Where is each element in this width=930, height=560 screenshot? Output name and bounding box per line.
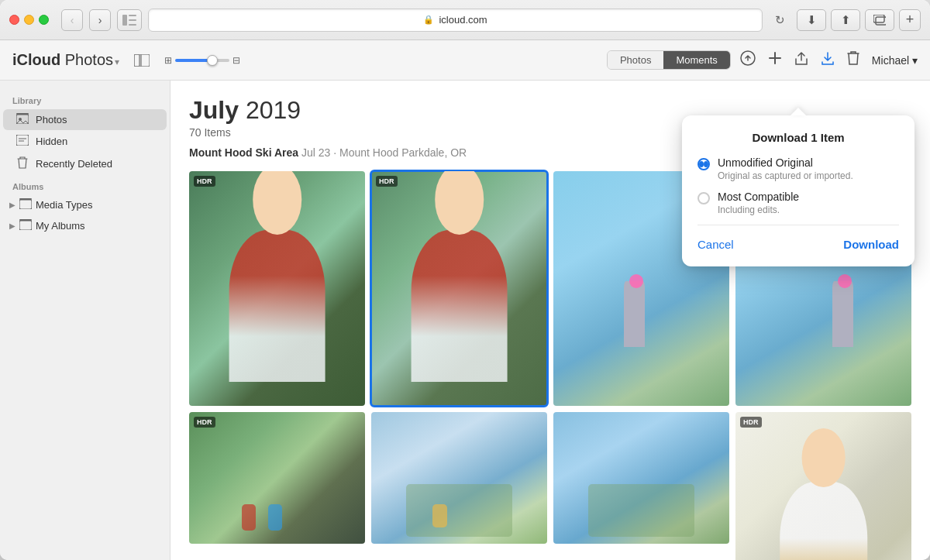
traffic-lights	[9, 15, 49, 25]
sidebar-toggle-button[interactable]	[117, 9, 142, 31]
svg-rect-4	[873, 15, 884, 22]
photo-item-5[interactable]: HDR	[189, 412, 365, 544]
photo-item-7[interactable]	[553, 412, 729, 544]
minimize-button[interactable]	[24, 15, 34, 25]
svg-rect-19	[19, 198, 32, 200]
zoom-out-icon[interactable]: ⊞	[164, 55, 172, 66]
hdr-badge-5: HDR	[194, 417, 215, 428]
svg-rect-2	[129, 19, 136, 21]
zoom-control: ⊞ ⊟	[164, 55, 240, 66]
add-icon[interactable]	[768, 51, 782, 69]
radio-unmodified[interactable]	[698, 158, 710, 170]
view-tabs: Photos Moments	[607, 50, 731, 70]
browser-toolbar-right: ⬇ ⬆ +	[797, 9, 921, 31]
photo-item-2[interactable]: HDR	[371, 171, 547, 406]
media-types-label: Media Types	[36, 199, 92, 211]
forward-button[interactable]: ›	[89, 9, 111, 31]
balloon-1	[629, 274, 643, 288]
zoom-thumb[interactable]	[207, 55, 218, 66]
photo-item-1[interactable]: HDR	[189, 171, 365, 406]
event-date: Jul 23	[301, 146, 330, 159]
upload-icon[interactable]	[740, 50, 756, 70]
media-types-icon	[19, 198, 33, 211]
tab-overview-button[interactable]	[865, 9, 894, 31]
app-window: ‹ › 🔒 icloud.com ↻ ⬇ ⬆ +	[0, 0, 930, 560]
unmodified-label: Unmodified Original	[718, 156, 853, 169]
unmodified-desc: Original as captured or imported.	[718, 170, 853, 181]
popup-arrow	[790, 108, 806, 115]
sidebar-item-hidden[interactable]: Hidden	[3, 131, 167, 152]
sidebar-item-recently-deleted[interactable]: Recently Deleted	[3, 153, 167, 175]
reload-button[interactable]: ↻	[769, 9, 790, 31]
sidebar: Library Photos	[0, 81, 170, 560]
svg-rect-3	[129, 24, 136, 26]
user-menu[interactable]: Michael ▾	[872, 54, 918, 67]
svg-rect-8	[134, 54, 150, 67]
chevron-right-icon: ▶	[9, 201, 16, 209]
delete-icon[interactable]	[847, 50, 859, 70]
recently-deleted-label: Recently Deleted	[36, 158, 112, 170]
hdr-badge-1: HDR	[194, 176, 215, 187]
hdr-badge-8: HDR	[740, 417, 762, 428]
lock-icon: 🔒	[423, 15, 434, 25]
option-compatible-text: Most Compatible Including edits.	[718, 191, 799, 215]
compatible-desc: Including edits.	[718, 204, 799, 215]
compatible-label: Most Compatible	[718, 191, 799, 203]
photos-icon	[16, 113, 29, 126]
trash-icon	[16, 156, 29, 171]
app-title-dropdown[interactable]: ▾	[115, 57, 119, 67]
main-layout: Library Photos	[0, 81, 930, 560]
download-button[interactable]: Download	[843, 238, 899, 251]
hdr-badge-2: HDR	[376, 176, 398, 187]
popup-actions: Cancel Download	[698, 235, 899, 251]
maximize-button[interactable]	[39, 15, 49, 25]
my-albums-label: My Albums	[36, 220, 85, 232]
svg-rect-13	[16, 113, 29, 115]
svg-rect-15	[16, 135, 29, 146]
sidebar-group-media-types[interactable]: ▶ Media Types	[0, 194, 170, 215]
content-area: July 2019 70 Items Mount Hood Ski Area J…	[170, 81, 930, 560]
albums-label: Albums	[0, 176, 170, 194]
tab-photos[interactable]: Photos	[608, 51, 663, 69]
svg-rect-21	[19, 219, 32, 221]
address-bar[interactable]: 🔒 icloud.com	[148, 9, 763, 32]
photos-label: Photos	[36, 114, 67, 125]
back-button[interactable]: ‹	[61, 9, 83, 31]
popup-divider	[698, 225, 899, 225]
share-button[interactable]: ⬆	[831, 9, 860, 31]
zoom-slider[interactable]	[175, 59, 229, 62]
sidebar-group-my-albums[interactable]: ▶ My Albums	[0, 215, 170, 236]
app-title: iCloud Photos▾	[12, 51, 119, 69]
photo-item-6[interactable]	[371, 412, 547, 544]
hidden-label: Hidden	[36, 136, 67, 147]
radio-compatible[interactable]	[698, 192, 710, 204]
share-icon[interactable]	[794, 50, 808, 70]
svg-rect-1	[129, 15, 136, 16]
zoom-in-icon[interactable]: ⊟	[232, 55, 240, 66]
url-text: icloud.com	[439, 14, 487, 26]
place-name: Mount Hood Ski Area	[189, 146, 298, 159]
download-icon[interactable]	[821, 50, 835, 70]
new-tab-button[interactable]: +	[899, 9, 921, 31]
option-unmodified-text: Unmodified Original Original as captured…	[718, 156, 853, 181]
photo-item-8[interactable]: HDR	[735, 412, 911, 560]
cancel-button[interactable]: Cancel	[698, 238, 734, 251]
chevron-right-icon-2: ▶	[9, 222, 16, 230]
my-albums-icon	[19, 219, 33, 232]
sidebar-item-photos[interactable]: Photos	[3, 109, 167, 130]
tab-moments[interactable]: Moments	[663, 51, 729, 69]
location-separator: ·	[333, 146, 339, 159]
balloon-2	[838, 274, 852, 288]
svg-rect-20	[19, 221, 32, 230]
option-compatible[interactable]: Most Compatible Including edits.	[698, 191, 899, 215]
popup-title: Download 1 Item	[698, 131, 899, 144]
action-icons: Michael ▾	[740, 50, 918, 70]
titlebar: ‹ › 🔒 icloud.com ↻ ⬇ ⬆ +	[0, 0, 930, 40]
download-manager-button[interactable]: ⬇	[797, 9, 826, 31]
svg-rect-6	[134, 54, 140, 67]
close-button[interactable]	[9, 15, 19, 25]
option-unmodified[interactable]: Unmodified Original Original as captured…	[698, 156, 899, 181]
download-popup[interactable]: Download 1 Item Unmodified Original Orig…	[682, 115, 914, 266]
location-address: Mount Hood Parkdale, OR	[339, 146, 467, 159]
sidebar-toggle-icon[interactable]	[129, 50, 155, 71]
